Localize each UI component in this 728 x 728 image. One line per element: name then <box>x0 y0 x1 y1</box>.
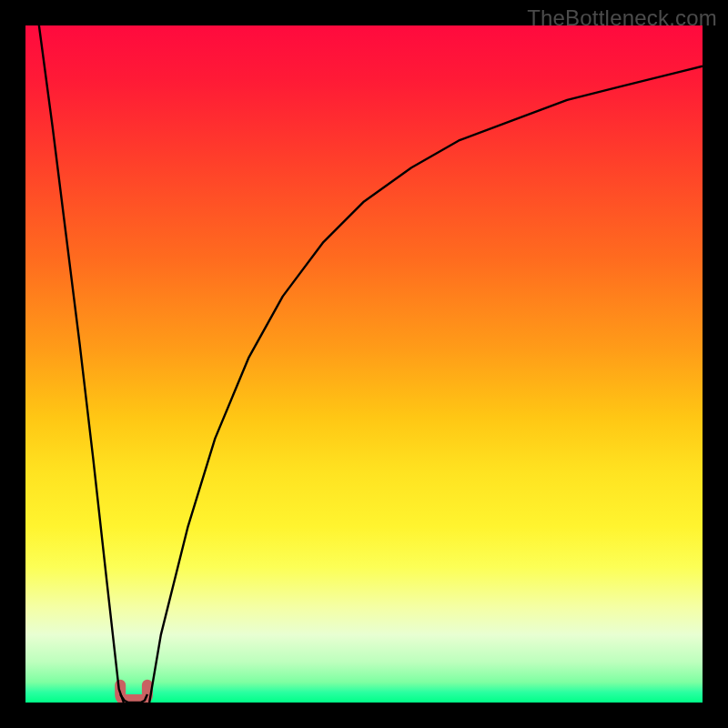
curve-group <box>25 25 703 703</box>
accent-valley-mark <box>120 685 147 700</box>
chart-svg <box>25 25 703 703</box>
plot-area <box>25 25 703 703</box>
curve-left-descent <box>25 25 124 703</box>
watermark-text: TheBottleneck.com <box>527 5 717 31</box>
curve-right-ascent <box>149 66 703 703</box>
outer-frame: TheBottleneck.com <box>0 0 728 728</box>
